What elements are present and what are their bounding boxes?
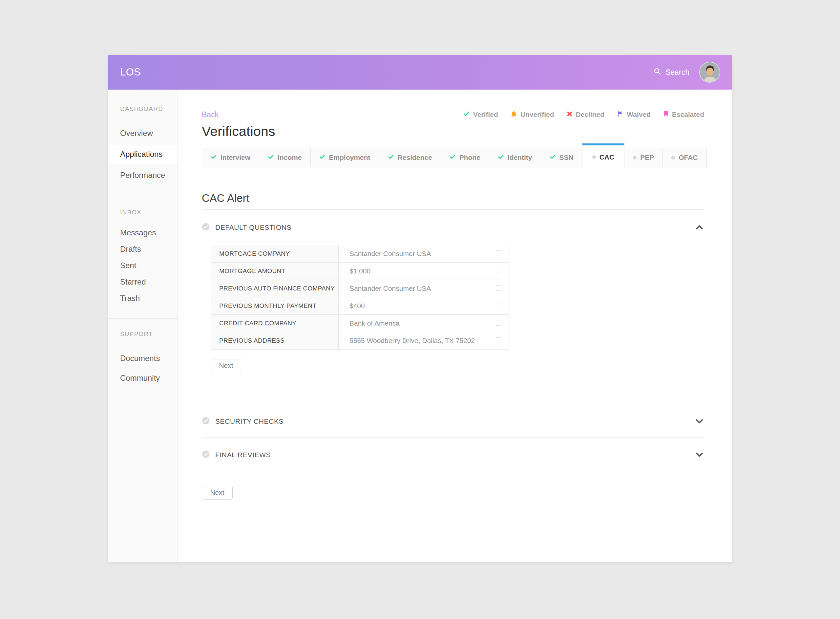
tab-label: SSN [560,154,574,161]
question-checkbox[interactable] [496,337,501,343]
question-checkbox[interactable] [496,320,501,326]
tab-employment[interactable]: Employment [310,148,379,167]
search-icon [653,67,661,77]
verified-check-icon [550,154,556,161]
question-value: 5555 Woodberry Drive, Dallas, TX 75202 [349,337,475,344]
tab-cac[interactable]: CAC [582,144,625,169]
next-button-bottom[interactable]: Next [202,486,233,499]
question-checkbox[interactable] [496,303,501,308]
pending-dot-icon [671,156,675,160]
main-content: Back Verified Unverified [178,90,732,562]
sidebar-item-starred[interactable]: Starred [108,274,178,290]
sidebar-item-applications[interactable]: Applications [108,144,178,164]
tab-label: PEP [640,154,654,161]
status-legend: Verified Unverified Declined [463,110,704,119]
verification-tabs: Interview Income Employment Residence Ph… [202,144,704,169]
tab-label: Residence [398,154,432,161]
verified-check-icon [498,154,504,161]
question-checkbox[interactable] [496,268,501,274]
tab-income[interactable]: Income [259,148,311,167]
search-button[interactable]: Search [653,67,689,77]
panel-title: FINAL REVIEWS [215,451,271,459]
search-label: Search [665,68,689,77]
tab-label: Employment [329,154,370,161]
avatar[interactable] [699,62,720,83]
pending-dot-icon [592,155,596,159]
panel-title: DEFAULT QUESTIONS [215,224,291,232]
chevron-down-icon[interactable] [695,450,704,459]
question-checkbox[interactable] [496,250,501,256]
question-value-cell: Santander Consumer USA [339,245,509,263]
question-label: PREVIOUS MONTHLY PAYMENT [211,298,339,315]
legend-declined: Declined [567,111,605,118]
sidebar-section-support: SUPPORT Documents Community [108,318,178,401]
sidebar-item-overview[interactable]: Overview [108,125,178,142]
question-value-cell: Santander Consumer USA [339,280,509,298]
sidebar-item-community[interactable]: Community [108,370,178,386]
panel-title: SECURITY CHECKS [215,417,283,425]
sidebar-item-trash[interactable]: Trash [108,290,178,307]
sidebar-item-sent[interactable]: Sent [108,257,178,274]
chevron-up-icon[interactable] [695,223,704,232]
bell-icon [510,111,517,119]
tab-pep[interactable]: PEP [624,148,663,167]
app-window: LOS Search DASHBOAR [108,55,732,562]
sidebar-section-label: SUPPORT [108,330,178,338]
legend-label: Waived [627,111,651,118]
legend-waived: Waived [617,111,651,119]
question-value: Bank of America [349,319,400,327]
sidebar-section-inbox: INBOX Messages Drafts Sent Starred Trash [108,201,178,318]
question-value: $400 [349,302,365,310]
chevron-down-icon[interactable] [695,417,704,426]
sidebar-section-label: INBOX [108,209,178,216]
question-checkbox[interactable] [496,285,501,291]
page-title: Verifications [202,124,704,139]
question-value-cell: $1,000 [339,263,509,280]
sidebar-item-drafts[interactable]: Drafts [108,241,178,257]
table-row: PREVIOUS MONTHLY PAYMENT $400 [211,298,509,315]
question-label: PREVIOUS AUTO FINANCE COMPANY [211,280,339,298]
legend-label: Verified [473,111,498,118]
flag-icon [617,111,624,119]
tab-ssn[interactable]: SSN [541,148,582,167]
tab-identity[interactable]: Identity [489,148,541,167]
legend-unverified: Unverified [510,111,554,119]
tab-label: Income [278,154,302,161]
cac-alert-title: CAC Alert [202,192,704,205]
panel-default-questions-header[interactable]: DEFAULT QUESTIONS [202,210,704,245]
app-header: LOS Search [108,55,732,90]
bookmark-icon [663,111,669,118]
question-value: $1,000 [349,267,370,275]
verified-check-icon [388,154,394,161]
tab-label: OFAC [679,154,698,161]
sidebar-section-label: DASHBOARD [108,105,178,112]
verified-check-icon [268,154,274,161]
pending-dot-icon [633,156,637,160]
tab-residence[interactable]: Residence [379,148,441,167]
panel-security-checks-header[interactable]: SECURITY CHECKS [202,405,704,437]
question-value-cell: $400 [339,298,509,315]
x-icon [567,111,573,118]
sidebar-item-documents[interactable]: Documents [108,350,178,366]
tab-label: CAC [600,153,615,161]
legend-verified: Verified [463,110,498,119]
sidebar-item-messages[interactable]: Messages [108,224,178,241]
sidebar-item-performance[interactable]: Performance [108,167,178,184]
table-row: MORTGAGE AMOUNT $1,000 [211,263,509,280]
check-circle-icon [202,450,210,459]
default-questions-table: MORTGAGE COMPANY Santander Consumer USA … [211,245,509,350]
verified-check-icon [211,154,217,161]
sidebar-section-dashboard: DASHBOARD Overview Applications Performa… [108,90,178,201]
app-logo: LOS [120,66,141,78]
verified-check-icon [319,154,325,161]
back-link[interactable]: Back [202,110,219,119]
avatar-image [700,62,720,83]
panel-final-reviews-header[interactable]: FINAL REVIEWS [202,438,704,472]
tab-interview[interactable]: Interview [202,148,259,167]
tab-phone[interactable]: Phone [441,148,489,167]
next-button[interactable]: Next [211,359,241,372]
question-value-cell: Bank of America [339,315,509,332]
tab-ofac[interactable]: OFAC [662,148,706,167]
tab-label: Interview [221,154,251,161]
legend-label: Escalated [672,111,704,118]
